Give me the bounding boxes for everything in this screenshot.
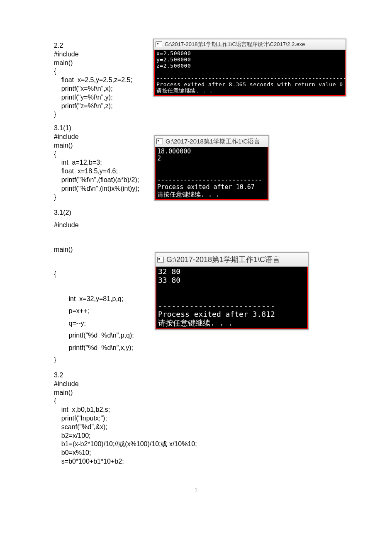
section-title: 2.2 [54,42,63,49]
code-line: } [54,356,56,363]
code-line: main() [54,246,73,253]
console-title-text: G:\2017-2018第1学期工作1\C语言程序设计\C2017\2.2.ex… [165,41,305,48]
console-titlebar: G:\2017-2018第1学期工作1\C语言程序设计\C2017\2.2.ex… [154,39,346,50]
code-text: #include main() { float x=2.5,y=2.5,z=2.… [54,51,132,118]
console-title-text: G:\2017-2018第1学期工作1\C语言 [166,255,280,265]
section-title: 3.1(1) [54,124,71,131]
console-window-3-1-1: G:\2017-2018第1学期工作1\C语言 18.000000 2 ----… [154,135,269,201]
code-line: printf("%d %d\n",x,y); [54,344,133,351]
console-titlebar: G:\2017-2018第1学期工作1\C语言 [155,136,268,147]
console-window-2-2: G:\2017-2018第1学期工作1\C语言程序设计\C2017\2.2.ex… [153,39,346,97]
console-titlebar: G:\2017-2018第1学期工作1\C语言 [156,253,308,267]
code-line: p=x++; [54,307,89,314]
page-number: 1 [0,483,392,505]
page-content: 2.2 #include main() { float x=2.5,y=2.5,… [0,0,392,483]
code-line: printf("%d %d\n",p,q); [54,332,134,339]
code-block-3-2: 3.2 #include main() { int x,b0,b1,b2,s; … [54,371,338,466]
app-icon [157,257,164,262]
section-title: 3.1(2) [54,209,71,216]
code-line: #include [54,221,79,228]
console-output: 18.000000 2 ----------------------------… [155,147,268,200]
console-output: x=2.500000 y=2.500000 z=2.500000 -------… [154,50,346,96]
section-title: 3.2 [54,372,63,379]
code-text: #include main() { int a=12,b=3; float x=… [54,133,139,201]
console-title-text: G:\2017-2018第1学期工作1\C语言 [166,138,260,146]
code-line: { [54,270,56,277]
code-text: #include main() { int x,b0,b1,b2,s; prin… [54,380,197,465]
app-icon [156,41,162,47]
code-line: int x=32,y=81,p,q; [54,295,123,302]
console-output: 32 80 33 80 -------------------------- P… [156,267,308,329]
app-icon [156,138,163,144]
console-window-3-1-2: G:\2017-2018第1学期工作1\C语言 32 80 33 80 ----… [155,252,309,330]
code-line: q=--y; [54,320,86,327]
